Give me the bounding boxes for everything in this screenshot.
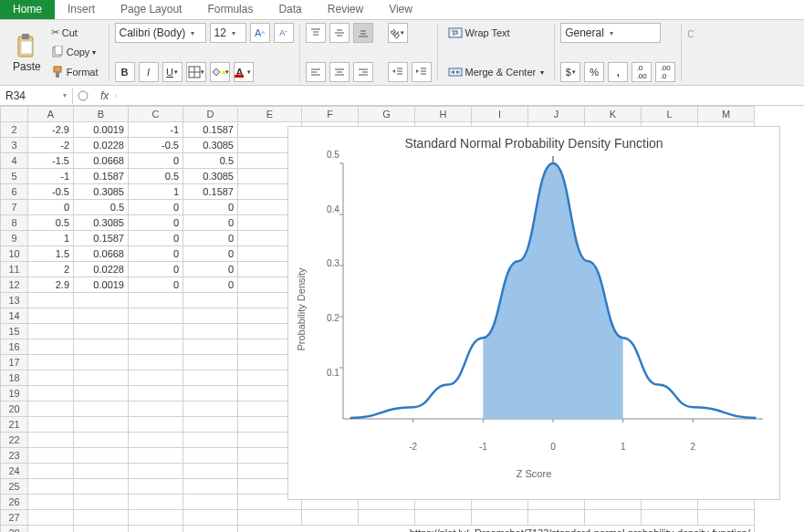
cell-C20[interactable] [129,402,183,417]
merge-center-button[interactable]: Merge & Center▾ [444,63,549,81]
paste-button[interactable]: Paste [7,31,47,75]
cell-A12[interactable]: 2.9 [28,277,74,293]
cell-D3[interactable]: 0.3085 [183,138,238,153]
cell-D9[interactable]: 0 [183,231,238,246]
cell-D14[interactable] [183,308,238,324]
cell-B27[interactable] [74,510,129,526]
increase-decimal-button[interactable]: .0.00 [632,62,652,82]
row-header-15[interactable]: 15 [1,324,28,339]
cell-C19[interactable] [129,386,183,402]
cell-D11[interactable]: 0 [183,262,238,277]
cell-A18[interactable] [28,370,74,386]
cell-C18[interactable] [129,370,183,386]
cell-A23[interactable] [28,448,74,464]
col-header-I[interactable]: I [472,107,528,122]
percent-button[interactable]: % [584,62,604,82]
cell-D16[interactable] [183,339,238,355]
cell-C22[interactable] [129,433,183,448]
cell-A28[interactable] [28,526,74,533]
cell-D20[interactable] [183,402,238,417]
cell-A3[interactable]: -2 [28,138,74,153]
cell-B2[interactable]: 0.0019 [74,122,129,138]
col-header-D[interactable]: D [183,107,238,122]
cell-A16[interactable] [28,339,74,355]
cell-B5[interactable]: 0.1587 [74,169,129,184]
cell-B26[interactable] [74,495,129,510]
cell-C4[interactable]: 0 [129,153,183,169]
cell-B22[interactable] [74,433,129,448]
cell-B25[interactable] [74,479,129,495]
row-header-20[interactable]: 20 [1,402,28,417]
cell-B19[interactable] [74,386,129,402]
row-header-10[interactable]: 10 [1,246,28,262]
align-center-button[interactable] [329,62,350,82]
cell-A10[interactable]: 1.5 [28,246,74,262]
border-button[interactable]: ▾ [186,62,206,82]
row-header-28[interactable]: 28 [1,526,28,533]
cell-D15[interactable] [183,324,238,339]
cell-H27[interactable] [415,510,472,526]
row-header-24[interactable]: 24 [1,464,28,479]
italic-button[interactable]: I [139,62,159,82]
cell-A5[interactable]: -1 [28,169,74,184]
fill-color-button[interactable]: ▾ [210,62,230,82]
cell-A8[interactable]: 0.5 [28,215,74,231]
tab-review[interactable]: Review [315,0,376,19]
cell-C6[interactable]: 1 [129,184,183,200]
row-header-8[interactable]: 8 [1,215,28,231]
cell-B9[interactable]: 0.1587 [74,231,129,246]
cell-A21[interactable] [28,417,74,433]
col-header-F[interactable]: F [302,107,359,122]
tab-view[interactable]: View [376,0,425,19]
copy-button[interactable]: Copy▾ [47,43,103,61]
cell-D13[interactable] [183,293,238,308]
cell-C10[interactable]: 0 [129,246,183,262]
col-header-M[interactable]: M [698,107,755,122]
cell-D18[interactable] [183,370,238,386]
cell-D21[interactable] [183,417,238,433]
row-header-21[interactable]: 21 [1,417,28,433]
cell-C24[interactable] [129,464,183,479]
cell-D12[interactable]: 0 [183,277,238,293]
cell-A25[interactable] [28,479,74,495]
row-header-23[interactable]: 23 [1,448,28,464]
cut-button[interactable]: ✂Cut [47,24,103,41]
row-header-6[interactable]: 6 [1,184,28,200]
cell-A24[interactable] [28,464,74,479]
cell-C8[interactable]: 0 [129,215,183,231]
cell-E27[interactable] [238,510,302,526]
align-left-button[interactable] [306,62,326,82]
cell-C11[interactable]: 0 [129,262,183,277]
cell-B15[interactable] [74,324,129,339]
underline-button[interactable]: U▾ [162,62,183,82]
decrease-decimal-button[interactable]: .00.0 [655,62,675,82]
select-all-corner[interactable] [1,107,28,122]
cell-B28[interactable] [74,526,129,533]
cell-C15[interactable] [129,324,183,339]
cell-D6[interactable]: 0.1587 [183,184,238,200]
cell-A19[interactable] [28,386,74,402]
cell-B12[interactable]: 0.0019 [74,277,129,293]
col-header-K[interactable]: K [585,107,642,122]
font-color-button[interactable]: A▾ [234,62,254,82]
cell-C28[interactable] [129,526,183,533]
format-painter-button[interactable]: Format [47,63,103,81]
cell-D10[interactable]: 0 [183,246,238,262]
tab-page-layout[interactable]: Page Layout [108,0,194,19]
name-box[interactable]: R34▾ [0,88,73,104]
embedded-chart[interactable]: Standard Normal Probability Density Func… [287,126,780,500]
cell-B8[interactable]: 0.3085 [74,215,129,231]
cell-C23[interactable] [129,448,183,464]
currency-button[interactable]: $▾ [560,62,580,82]
cell-A6[interactable]: -0.5 [28,184,74,200]
col-header-C[interactable]: C [129,107,183,122]
cell-D4[interactable]: 0.5 [183,153,238,169]
cell-C13[interactable] [129,293,183,308]
cell-A13[interactable] [28,293,74,308]
cell-B7[interactable]: 0.5 [74,200,129,215]
cell-G27[interactable] [359,510,415,526]
col-header-B[interactable]: B [74,107,129,122]
cell-A7[interactable]: 0 [28,200,74,215]
cell-C12[interactable]: 0 [129,277,183,293]
cell-B3[interactable]: 0.0228 [74,138,129,153]
